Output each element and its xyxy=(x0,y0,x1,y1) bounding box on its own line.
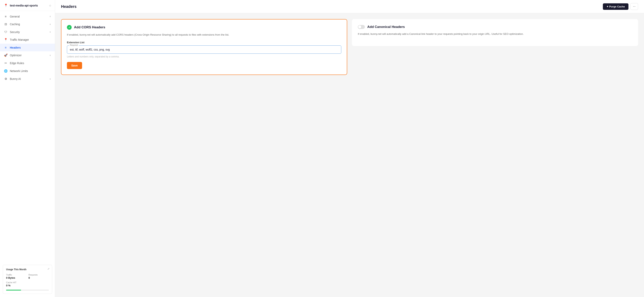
more-options-button[interactable]: ··· xyxy=(630,3,638,10)
cors-toggle-on-icon[interactable]: ✓ xyxy=(67,25,72,30)
traffic-value: 0 Bytes xyxy=(6,276,26,279)
sidebar-label-caching: Caching xyxy=(10,23,47,26)
optimizer-icon: 🚀 xyxy=(4,53,8,57)
sidebar-label-bunny-ai: Bunny AI xyxy=(10,77,47,80)
save-button[interactable]: Save xyxy=(67,62,82,69)
shield-icon: 🛡 xyxy=(4,30,8,34)
chevron-down-icon: ∨ xyxy=(50,31,51,33)
caching-icon: ⊟ xyxy=(4,22,8,26)
sidebar-nav: ≡ General ∨ ⊟ Caching ∨ 🛡 Security ∨ 📍 T… xyxy=(0,11,55,262)
expand-icon[interactable]: ⤢ xyxy=(48,267,50,270)
bunny-ai-icon: ⚙ xyxy=(4,77,8,81)
cors-card-title: Add CORS Headers xyxy=(74,25,105,29)
canonical-toggle[interactable] xyxy=(358,25,365,29)
cache-hit-value: 0 % xyxy=(6,284,49,287)
edge-rules-icon: ✂ xyxy=(4,61,8,65)
canonical-card-desc: If enabled, bunny.net will automatically… xyxy=(358,32,632,36)
sidebar-item-traffic-manager[interactable]: 📍 Traffic Manager xyxy=(0,36,55,44)
network-icon: 🌐 xyxy=(4,69,8,73)
required-label: Required xyxy=(69,44,79,46)
field-hint: Letters and numbers only, separated by a… xyxy=(67,55,341,58)
canonical-card-title: Add Canonical Headers xyxy=(367,25,405,29)
location-icon: 📍 xyxy=(4,3,8,7)
main-content: ✓ Add CORS Headers If enabled, bunny.net… xyxy=(55,13,644,297)
cors-card: ✓ Add CORS Headers If enabled, bunny.net… xyxy=(61,19,347,75)
extension-list-field: Required xyxy=(67,45,341,54)
cors-card-desc: If enabled, bunny.net will automatically… xyxy=(67,33,341,37)
main-header: Headers ✦ Purge Cache ··· xyxy=(55,0,644,13)
extension-list-label: Extension List xyxy=(67,41,341,44)
usage-box: Usage This Month ⤢ Traffic 0 Bytes Reque… xyxy=(3,265,52,294)
page-title: Headers xyxy=(61,4,76,9)
header-actions: ✦ Purge Cache ··· xyxy=(603,3,638,10)
sidebar-label-edge-rules: Edge Rules xyxy=(10,61,51,65)
menu-icon: ≡ xyxy=(4,15,8,18)
main-area: Headers ✦ Purge Cache ··· ✓ Add CORS Hea… xyxy=(55,0,644,297)
sidebar-label-general: General xyxy=(10,15,47,18)
requests-stat: Requests 0 xyxy=(28,274,49,279)
canonical-card: Add Canonical Headers If enabled, bunny.… xyxy=(352,19,638,46)
sidebar-item-general[interactable]: ≡ General ∨ xyxy=(0,12,55,20)
sidebar-item-headers[interactable]: ≡ Headers xyxy=(0,44,55,51)
traffic-stat: Traffic 0 Bytes xyxy=(6,274,26,279)
account-chevron-icon: ◇ xyxy=(49,4,51,7)
progress-bar-fill xyxy=(6,290,21,291)
progress-bar-bg xyxy=(6,290,49,291)
requests-label: Requests xyxy=(28,274,49,276)
usage-grid: Traffic 0 Bytes Requests 0 xyxy=(6,274,49,279)
cache-hit-label: Cache HIT xyxy=(6,281,49,284)
chevron-down-icon: ∨ xyxy=(50,23,51,25)
sidebar-item-network-limits[interactable]: 🌐 Network Limits xyxy=(0,67,55,75)
sidebar-label-network-limits: Network Limits xyxy=(10,69,51,73)
sidebar-item-security[interactable]: 🛡 Security ∨ xyxy=(0,28,55,36)
account-header[interactable]: 📍 test-media-api-sports ◇ xyxy=(0,0,55,11)
usage-title: Usage This Month xyxy=(6,268,49,271)
sidebar-item-edge-rules[interactable]: ✂ Edge Rules xyxy=(0,59,55,67)
cors-card-header: ✓ Add CORS Headers xyxy=(67,25,341,30)
sidebar-label-headers: Headers xyxy=(10,46,51,49)
chevron-down-icon: ∨ xyxy=(50,15,51,18)
sidebar-item-optimizer[interactable]: 🚀 Optimizer ∨ xyxy=(0,51,55,59)
headers-icon: ≡ xyxy=(4,46,8,49)
requests-value: 0 xyxy=(28,276,49,279)
canonical-card-header: Add Canonical Headers xyxy=(358,25,632,29)
traffic-label: Traffic xyxy=(6,274,26,276)
cache-hit-stat: Cache HIT 0 % xyxy=(6,281,49,287)
account-name: test-media-api-sports xyxy=(10,4,47,7)
sidebar-label-optimizer: Optimizer xyxy=(10,54,47,57)
traffic-icon: 📍 xyxy=(4,38,8,41)
sidebar-label-traffic-manager: Traffic Manager xyxy=(10,38,51,41)
sidebar-item-caching[interactable]: ⊟ Caching ∨ xyxy=(0,20,55,28)
sidebar-item-bunny-ai[interactable]: ⚙ Bunny AI ∨ xyxy=(0,75,55,83)
sidebar: 📍 test-media-api-sports ◇ ≡ General ∨ ⊟ … xyxy=(0,0,55,297)
purge-cache-button[interactable]: ✦ Purge Cache xyxy=(603,3,628,10)
chevron-down-icon: ∨ xyxy=(50,54,51,57)
extension-list-input[interactable] xyxy=(67,46,341,53)
chevron-down-icon: ∨ xyxy=(50,78,51,80)
sidebar-label-security: Security xyxy=(10,30,47,34)
